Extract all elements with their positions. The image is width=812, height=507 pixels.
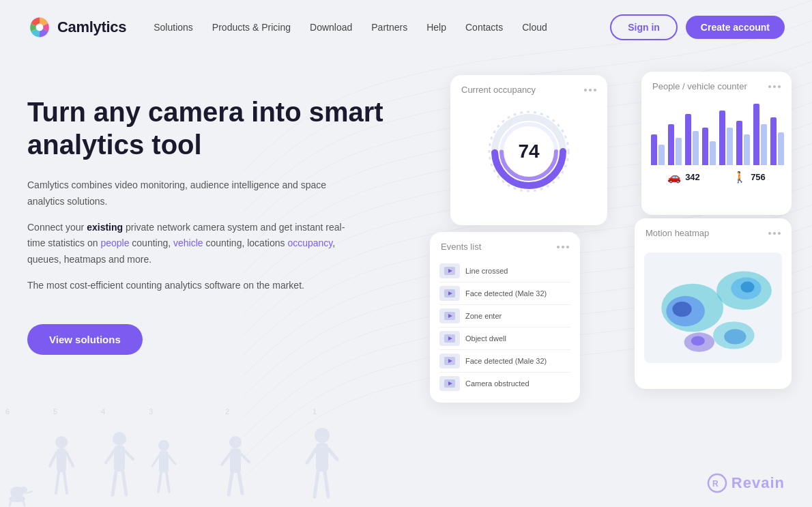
bar-chart <box>641 97 792 165</box>
people-counter: 🚶 756 <box>733 171 766 184</box>
nav-cloud[interactable]: Cloud <box>522 22 547 33</box>
occupancy-card-title: Current occupancy <box>461 85 536 95</box>
logo-text: Camlytics <box>57 18 126 36</box>
event-label: Camera obstructed <box>465 379 530 388</box>
event-thumbnail <box>439 376 460 391</box>
view-solutions-button[interactable]: View solutions <box>27 324 143 355</box>
bar-light <box>778 132 784 165</box>
hero-link-people[interactable]: people <box>100 237 129 248</box>
heatmap-card-menu[interactable] <box>768 232 781 235</box>
bar-group <box>770 117 784 165</box>
revain-logo-icon: R <box>707 473 727 493</box>
event-thumbnail <box>439 308 460 323</box>
bar-light <box>744 134 750 165</box>
event-item: Face detected (Male 32) <box>439 350 570 373</box>
hero-link-occupancy[interactable]: occupancy <box>287 237 332 248</box>
bar-group <box>702 128 716 165</box>
revain-watermark: R Revain <box>707 473 785 493</box>
hero-desc-3: The most cost-efficient counting analyti… <box>27 278 362 294</box>
event-label: Line crossed <box>465 267 508 275</box>
events-card-menu[interactable] <box>557 246 569 248</box>
main-content: Turn any camera into smart analytics too… <box>0 55 812 507</box>
signin-button[interactable]: Sign in <box>610 14 678 40</box>
bar-blue <box>651 134 657 165</box>
hero-desc2-mid3: counting, locations <box>203 237 288 248</box>
event-label: Zone enter <box>465 312 502 320</box>
bar-blue <box>685 114 691 165</box>
event-item: Object dwell <box>439 328 570 350</box>
bar-light <box>761 124 767 165</box>
event-item: Camera obstructed <box>439 373 570 394</box>
svg-point-29 <box>691 336 705 345</box>
nav-help[interactable]: Help <box>426 22 446 33</box>
bar-group <box>719 111 733 165</box>
vehicle-icon: 🚗 <box>667 171 681 184</box>
occupancy-card-menu[interactable] <box>584 89 596 91</box>
bar-light <box>710 141 716 165</box>
revain-text: Revain <box>731 474 785 492</box>
nav-download[interactable]: Download <box>310 22 352 33</box>
occupancy-card-header: Current occupancy <box>450 75 607 100</box>
heatmap-card: Motion heatmap <box>635 218 792 389</box>
bar-group <box>736 121 750 165</box>
event-thumbnail <box>439 331 460 346</box>
dashboard-area: Current occupancy <box>423 68 785 507</box>
occupancy-chart: 74 <box>450 100 607 203</box>
event-thumbnail <box>439 353 460 368</box>
bar-blue <box>753 104 759 165</box>
occupancy-value: 74 <box>518 141 539 162</box>
nav-products-pricing[interactable]: Products & Pricing <box>212 22 291 33</box>
nav-contacts[interactable]: Contacts <box>465 22 503 33</box>
heatmap-card-title: Motion heatmap <box>646 228 709 238</box>
events-card: Events list Line crossedFace detected (M… <box>430 232 580 403</box>
bar-light <box>693 131 699 165</box>
hero-desc2-bold: existing <box>87 222 123 233</box>
counter-card: People / vehicle counter 🚗 342 🚶 756 <box>641 72 792 215</box>
donut-chart: 74 <box>484 107 573 196</box>
camlytics-logo-icon <box>27 15 52 40</box>
counter-footer: 🚗 342 🚶 756 <box>641 165 792 189</box>
create-account-button[interactable]: Create account <box>686 16 785 39</box>
svg-text:R: R <box>712 479 719 489</box>
svg-point-1 <box>36 24 44 31</box>
bar-blue <box>719 111 725 165</box>
bar-group <box>753 104 767 165</box>
counter-card-menu[interactable] <box>768 85 781 88</box>
nav-solutions[interactable]: Solutions <box>154 22 193 33</box>
header: Camlytics Solutions Products & Pricing D… <box>0 0 812 55</box>
heatmap-svg <box>644 246 782 369</box>
bar-group <box>668 124 682 165</box>
bar-blue <box>668 124 674 165</box>
main-nav: Solutions Products & Pricing Download Pa… <box>154 22 610 33</box>
hero-desc-2: Connect your existing private network ca… <box>27 220 362 268</box>
vehicle-counter: 🚗 342 <box>667 171 700 184</box>
bar-group <box>685 114 699 165</box>
event-label: Object dwell <box>465 334 506 343</box>
people-count: 756 <box>751 172 766 182</box>
event-thumbnail <box>439 263 460 278</box>
event-label: Face detected (Male 32) <box>465 357 547 365</box>
event-item: Zone enter <box>439 305 570 328</box>
hero-desc2-mid2: counting, <box>129 237 173 248</box>
bar-group <box>651 134 665 165</box>
bar-blue <box>770 117 777 165</box>
hero-desc2-prefix: Connect your <box>27 222 87 233</box>
nav-partners[interactable]: Partners <box>371 22 407 33</box>
hero-desc-1: Camlytics combines video monitoring, aud… <box>27 177 362 210</box>
svg-point-22 <box>672 302 691 317</box>
header-actions: Sign in Create account <box>610 14 785 40</box>
event-item: Line crossed <box>439 260 570 283</box>
svg-point-27 <box>724 329 746 344</box>
event-thumbnail <box>439 286 460 301</box>
counter-card-title: People / vehicle counter <box>652 81 747 91</box>
bar-light <box>727 128 733 165</box>
bar-light <box>658 145 665 165</box>
events-card-header: Events list <box>430 232 580 257</box>
event-label: Face detected (Male 32) <box>465 289 547 298</box>
hero-link-vehicle[interactable]: vehicle <box>173 237 203 248</box>
occupancy-card: Current occupancy <box>450 75 607 225</box>
counter-card-header: People / vehicle counter <box>641 72 792 97</box>
bar-blue <box>736 121 742 165</box>
heatmap-card-header: Motion heatmap <box>635 218 792 244</box>
bar-blue <box>702 128 708 165</box>
